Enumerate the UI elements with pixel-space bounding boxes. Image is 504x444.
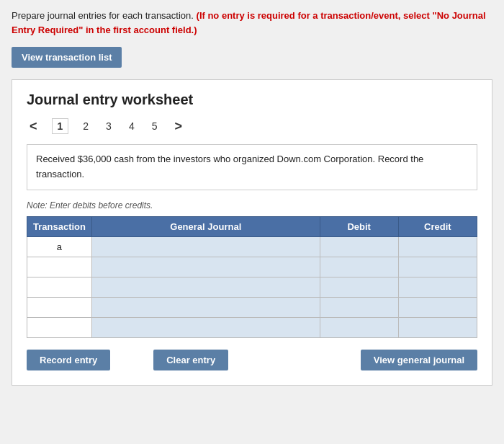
- table-row-transaction-1: [27, 257, 92, 277]
- page-1[interactable]: 1: [52, 118, 69, 134]
- note: Note: Enter debits before credits.: [27, 200, 477, 210]
- input-credit-1[interactable]: [399, 257, 477, 277]
- page-4[interactable]: 4: [126, 119, 138, 133]
- table-row-credit-4[interactable]: [398, 317, 477, 337]
- table-row-debit-2[interactable]: [320, 277, 398, 297]
- table-row-general-journal-0[interactable]: [91, 236, 320, 257]
- input-general-journal-4[interactable]: [92, 318, 320, 337]
- input-debit-3[interactable]: [320, 298, 398, 317]
- journal-table: Transaction General Journal Debit Credit…: [27, 216, 477, 338]
- input-credit-3[interactable]: [399, 298, 477, 317]
- header-transaction: Transaction: [27, 216, 92, 236]
- table-row-credit-0[interactable]: [398, 236, 477, 257]
- input-debit-1[interactable]: [320, 257, 398, 277]
- view-general-journal-button[interactable]: View general journal: [361, 350, 477, 370]
- input-credit-2[interactable]: [399, 278, 477, 297]
- instructions: Prepare journal entries for each transac…: [12, 9, 492, 37]
- page-5[interactable]: 5: [149, 119, 161, 133]
- table-row-transaction-4: [27, 317, 92, 337]
- header-general-journal: General Journal: [91, 216, 320, 236]
- table-row-debit-3[interactable]: [320, 297, 398, 317]
- input-general-journal-3[interactable]: [92, 298, 320, 317]
- instructions-main: Prepare journal entries for each transac…: [12, 10, 194, 21]
- table-row-credit-3[interactable]: [398, 297, 477, 317]
- pagination-next[interactable]: >: [172, 119, 186, 134]
- input-debit-4[interactable]: [320, 318, 398, 337]
- table-row-debit-1[interactable]: [320, 257, 398, 277]
- pagination-prev[interactable]: <: [27, 119, 40, 134]
- table-row-general-journal-4[interactable]: [91, 317, 320, 337]
- transaction-description: Received $36,000 cash from the investors…: [27, 144, 477, 190]
- table-row-debit-4[interactable]: [320, 317, 398, 337]
- table-row-transaction-3: [27, 297, 92, 317]
- table-row-general-journal-3[interactable]: [91, 297, 320, 317]
- input-general-journal-2[interactable]: [92, 278, 320, 297]
- table-row-transaction-2: [27, 277, 92, 297]
- input-debit-0[interactable]: [320, 237, 398, 257]
- table-row-general-journal-1[interactable]: [91, 257, 320, 277]
- table-row-credit-2[interactable]: [398, 277, 477, 297]
- page-3[interactable]: 3: [103, 119, 114, 133]
- record-entry-button[interactable]: Record entry: [27, 350, 110, 370]
- table-row-general-journal-2[interactable]: [91, 277, 320, 297]
- table-row-debit-0[interactable]: [320, 236, 398, 257]
- pagination: < 1 2 3 4 5 >: [27, 118, 477, 134]
- view-transaction-list-button[interactable]: View transaction list: [12, 47, 122, 68]
- btn-group-left: Record entry Clear entry: [27, 350, 228, 370]
- input-general-journal-1[interactable]: [92, 257, 320, 277]
- table-row-credit-1[interactable]: [398, 257, 477, 277]
- table-row-transaction-0: a: [27, 236, 92, 257]
- page-2[interactable]: 2: [80, 119, 91, 133]
- input-debit-2[interactable]: [320, 278, 398, 297]
- input-general-journal-0[interactable]: [92, 237, 320, 257]
- worksheet-card: Journal entry worksheet < 1 2 3 4 5 > Re…: [12, 79, 492, 386]
- worksheet-title: Journal entry worksheet: [27, 92, 477, 108]
- header-debit: Debit: [320, 216, 398, 236]
- button-row: Record entry Clear entry View general jo…: [27, 350, 477, 370]
- input-credit-0[interactable]: [399, 237, 477, 257]
- header-credit: Credit: [398, 216, 477, 236]
- input-credit-4[interactable]: [399, 318, 477, 337]
- clear-entry-button[interactable]: Clear entry: [153, 350, 228, 370]
